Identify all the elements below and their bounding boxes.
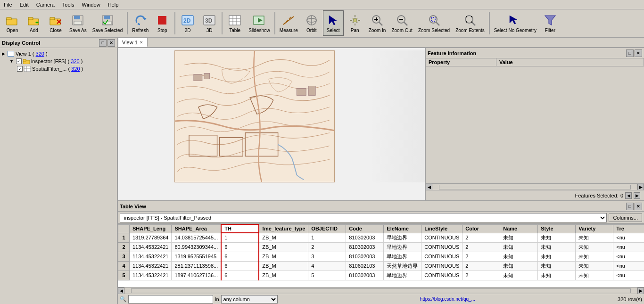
slideshow-button[interactable]: Slideshow: [246, 10, 272, 36]
3d-button[interactable]: 3D 3D: [199, 10, 220, 36]
menu-file[interactable]: File: [0, 1, 16, 8]
cell-1: 1134.45322421: [130, 271, 172, 280]
measure-label: Measure: [280, 28, 298, 33]
col-elename[interactable]: EleName: [384, 224, 421, 233]
cell-5: 3: [308, 252, 346, 261]
table-row[interactable]: 21134.4532242180.99432309344...6ZB_M2810…: [118, 242, 644, 252]
columns-button[interactable]: Columns...: [609, 214, 642, 222]
tree-item-view1[interactable]: ▶ View 1 ( 320 ): [2, 50, 115, 58]
save-selected-button[interactable]: Save Selected: [90, 10, 125, 36]
fi-scroll-left[interactable]: ◀: [426, 184, 432, 190]
search-column-select[interactable]: any column: [221, 295, 278, 304]
menu-window[interactable]: Window: [78, 1, 104, 8]
close-button[interactable]: Close: [45, 10, 66, 36]
open-label: Open: [7, 28, 18, 33]
add-button[interactable]: + Add: [24, 10, 44, 36]
view1-tab[interactable]: View 1 ✕: [118, 38, 148, 47]
tv-close-button[interactable]: ✕: [635, 203, 642, 210]
col-th[interactable]: TH: [221, 224, 259, 233]
zoom-selected-button[interactable]: Zoom Selected: [416, 10, 452, 36]
cell-10: 未知: [500, 261, 538, 271]
orbit-button[interactable]: Orbit: [301, 10, 322, 36]
table-row[interactable]: 51134.453224211897.410627136...6ZB_M5810…: [118, 271, 644, 280]
col-variety[interactable]: Variety: [576, 224, 613, 233]
fi-close-button[interactable]: ✕: [635, 49, 642, 57]
fi-nav-next[interactable]: ▶: [634, 192, 640, 199]
cell-11: 未知: [538, 271, 576, 280]
select-arrow-icon: [327, 14, 340, 27]
table-row[interactable]: 11319.2778936414.03815725445...1ZB_M1810…: [118, 233, 644, 242]
save-as-icon: [71, 14, 84, 27]
open-button[interactable]: Open: [2, 10, 23, 36]
col-linestyle[interactable]: LineStyle: [421, 224, 462, 233]
menu-edit[interactable]: Edit: [16, 1, 33, 8]
stop-label: Stop: [157, 28, 167, 33]
source-dropdown[interactable]: inspector [FFS] - SpatialFilter_Passed: [120, 213, 607, 222]
menu-help[interactable]: Help: [104, 1, 123, 8]
col-style[interactable]: Style: [538, 224, 576, 233]
save-as-button[interactable]: Save As: [67, 10, 89, 36]
measure-icon: [282, 14, 295, 27]
cell-2: 14.03815725445...: [172, 233, 221, 242]
measure-button[interactable]: Measure: [277, 10, 300, 36]
map-view[interactable]: [118, 48, 425, 200]
fi-scroll-right[interactable]: ▶: [637, 184, 644, 190]
table-row[interactable]: 31134.453224211319.95255519456ZB_M381030…: [118, 252, 644, 261]
fi-scroll-track[interactable]: [439, 185, 631, 189]
search-input[interactable]: [128, 295, 213, 304]
zoom-in-button[interactable]: Zoom In: [366, 10, 388, 36]
spatialfilter-count-link[interactable]: 320: [71, 66, 80, 72]
tree-item-spatialfilter[interactable]: ✓ SpatialFilter_... ( 320 ): [17, 65, 115, 73]
table-scroll-right[interactable]: ▶: [637, 288, 644, 294]
view1-count-link[interactable]: 320: [36, 51, 44, 57]
svg-marker-15: [143, 18, 147, 20]
table-horizontal-scrollbar[interactable]: ◀ ▶: [118, 287, 644, 294]
menu-camera[interactable]: Camera: [33, 1, 58, 8]
menu-tools[interactable]: Tools: [58, 1, 78, 8]
col-code[interactable]: Code: [346, 224, 384, 233]
fi-horizontal-scrollbar[interactable]: ◀ ▶: [426, 183, 644, 190]
table-button[interactable]: Table: [224, 10, 245, 36]
col-shape-leng[interactable]: SHAPE_Leng: [130, 224, 172, 233]
add-icon: +: [27, 14, 41, 27]
inspector-checkbox[interactable]: ✓: [16, 58, 22, 64]
panel-restore-button[interactable]: □: [99, 39, 107, 47]
tree-item-inspector[interactable]: ▼ ✓ inspector [FFS] ( 320 ): [9, 58, 115, 65]
select-no-geometry-button[interactable]: Select No Geometry: [492, 10, 539, 36]
inspector-label: inspector [FFS] ( 320 ): [31, 58, 83, 64]
data-table-element: SHAPE_Leng SHAPE_Area TH fme_feature_typ…: [118, 224, 644, 280]
spatialfilter-checkbox[interactable]: ✓: [17, 66, 23, 72]
fi-restore-button[interactable]: □: [626, 49, 634, 57]
fi-features-row: Features Selected: 0 ◀ ▶: [426, 190, 644, 200]
fi-nav-prev[interactable]: ◀: [625, 192, 632, 199]
tv-restore-button[interactable]: □: [626, 203, 634, 210]
inspector-count-link[interactable]: 320: [71, 58, 79, 64]
select-button[interactable]: Select: [323, 10, 344, 36]
panel-close-button[interactable]: ✕: [107, 39, 115, 47]
zoom-out-button[interactable]: Zoom Out: [389, 10, 414, 36]
cell-4: ZB_M: [259, 252, 308, 261]
table-scroll-left[interactable]: ◀: [118, 288, 124, 294]
tab-close-button[interactable]: ✕: [140, 40, 143, 45]
table-body: 11319.2778936414.03815725445...1ZB_M1810…: [118, 233, 644, 280]
col-fme-feature-type[interactable]: fme_feature_type: [259, 224, 308, 233]
save-as-label: Save As: [69, 28, 87, 33]
col-tre[interactable]: Tre: [613, 224, 644, 233]
slideshow-icon: [253, 14, 266, 27]
filter-button[interactable]: Filter: [540, 10, 561, 36]
col-shape-area[interactable]: SHAPE_Area: [172, 224, 221, 233]
col-objectid[interactable]: OBJECTID: [308, 224, 346, 233]
zoom-extents-button[interactable]: Zoom Extents: [453, 10, 487, 36]
col-name[interactable]: Name: [500, 224, 538, 233]
table-scroll-track[interactable]: [131, 288, 631, 293]
2d-button[interactable]: 2D 2D: [177, 10, 198, 36]
3d-label: 3D: [206, 28, 213, 33]
refresh-button[interactable]: Refresh: [130, 10, 151, 36]
cell-6: 810602103: [346, 261, 384, 271]
cell-4: ZB_M: [259, 261, 308, 271]
data-table[interactable]: SHAPE_Leng SHAPE_Area TH fme_feature_typ…: [118, 224, 644, 287]
stop-button[interactable]: Stop: [152, 10, 173, 36]
pan-button[interactable]: Pan: [345, 10, 365, 36]
col-color[interactable]: Color: [462, 224, 500, 233]
table-row[interactable]: 41134.45322421281.2371113598...6ZB_M4810…: [118, 261, 644, 271]
